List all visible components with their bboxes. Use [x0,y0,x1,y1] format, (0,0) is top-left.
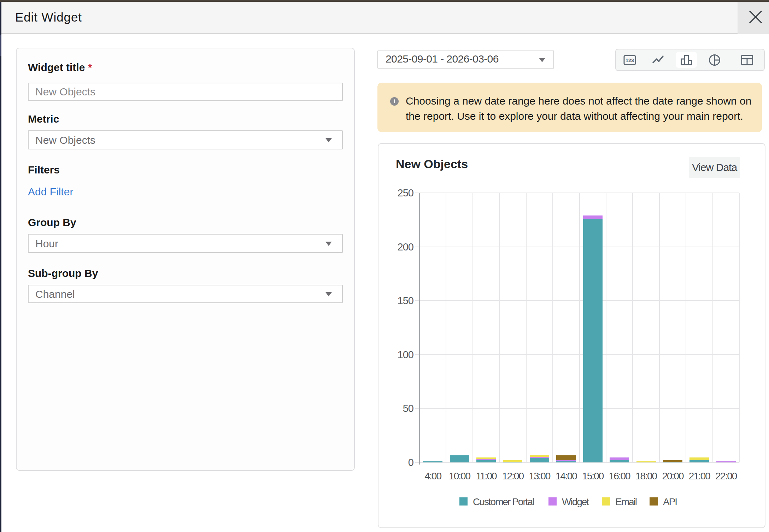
svg-text:123: 123 [626,58,634,63]
